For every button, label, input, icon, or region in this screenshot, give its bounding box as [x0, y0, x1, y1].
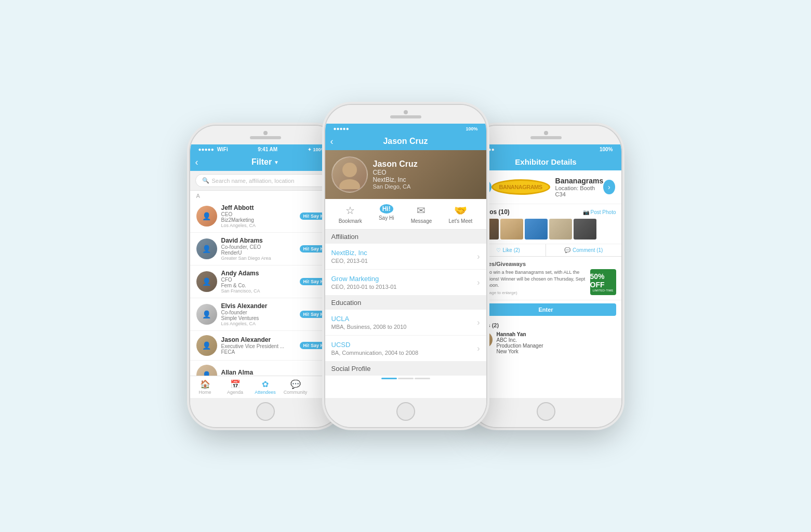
back-button-left[interactable]: ‹ [195, 157, 198, 168]
phone-center: ●●●●● 100% ‹ Jason Cruz [325, 105, 486, 427]
say-hi-badge[interactable]: Hi! Say Hi [300, 311, 328, 318]
comment-icon: 💬 [564, 247, 570, 253]
message-button[interactable]: ✉ Message [411, 204, 432, 224]
affiliation-detail: CEO, 2013-01 [331, 258, 368, 264]
right-header: ‹ Exhibitor Details [471, 153, 621, 170]
left-header: ‹ Filter ▼ [190, 153, 341, 171]
list-item[interactable]: 👤 Jeff Abbott CEO Biz2Marketing Los Ange… [190, 200, 341, 233]
say-hi-badge[interactable]: Hi! Say Hi [300, 278, 328, 285]
photo-thumb[interactable] [525, 219, 548, 240]
affiliation-item[interactable]: NextBiz, Inc CEO, 2013-01 › [325, 244, 486, 270]
education-detail-block: UCLA MBA, Business, 2008 to 2010 [331, 315, 407, 330]
social-profile-section-header: Social Profile [325, 362, 486, 376]
search-input[interactable]: 🔍 Search name, affiliation, location [195, 174, 336, 187]
status-right-center: 100% [466, 126, 477, 131]
say-hi-badge[interactable]: Hi! Say Hi [300, 212, 328, 220]
likes-title: Likes (2) [476, 322, 616, 328]
screen-left: ●●●●● WiFi 9:41 AM ✦ 100% ▪ ‹ Filter ▼ [190, 144, 341, 398]
nav-agenda[interactable]: 📅 Agenda [220, 378, 250, 396]
photo-thumb[interactable] [549, 219, 572, 240]
photos-section: Photos (10) 📷 Post Photo [471, 204, 621, 244]
raffles-image-block: 50% OFF LIMITED-TIME [590, 269, 616, 296]
post-photo-button[interactable]: 📷 Post Photo [583, 209, 616, 215]
back-button-center[interactable]: ‹ [330, 136, 334, 147]
time-left: 9:41 AM [258, 147, 277, 152]
affiliation-link[interactable]: Grow Marketing [331, 275, 397, 283]
affiliation-section-header: Affiliation [325, 230, 486, 244]
bluetooth-icon: ✦ [308, 147, 312, 152]
agenda-icon: 📅 [230, 379, 241, 389]
education-arrow-icon: › [477, 318, 480, 327]
education-detail-block: UCSD BA, Communication, 2004 to 2008 [331, 341, 419, 356]
profile-avatar [331, 156, 368, 193]
profile-info: Jason Cruz CEO NextBiz, Inc San Diego, C… [373, 159, 418, 190]
section-letter-a: A [190, 191, 341, 200]
home-button-left[interactable] [256, 402, 275, 421]
attendee-company: FECA [221, 349, 335, 355]
wifi-icon: WiFi [217, 147, 228, 152]
speaker-left [250, 136, 281, 139]
photo-thumb[interactable] [500, 219, 523, 240]
nav-home[interactable]: 🏠 Home [190, 378, 220, 396]
lets-meet-icon: 🤝 [454, 204, 467, 217]
bookmark-icon: ☆ [345, 204, 355, 217]
comment-label: Comment (1) [573, 247, 603, 253]
profile-location: San Diego, CA [373, 183, 418, 190]
next-exhibitor-button[interactable]: › [603, 180, 615, 194]
exhibitor-logo-area: ‹ BANANAGRAMS Bananagrams Location: Boot… [471, 170, 621, 204]
avatar: 👤 [196, 335, 217, 356]
center-header: ‹ Jason Cruz [325, 132, 486, 150]
say-hi-button[interactable]: Hi! Say Hi [379, 204, 394, 224]
list-item[interactable]: 👤 Elvis Alexander Co-founder Simple Vent… [190, 298, 341, 331]
photo-thumb[interactable] [574, 219, 596, 240]
status-left-center: ●●●●● [334, 126, 349, 131]
education-link[interactable]: UCSD [331, 341, 419, 349]
svg-point-1 [339, 179, 360, 189]
phone-top-right [471, 126, 621, 144]
speaker-right [530, 136, 562, 139]
nav-attendees[interactable]: ✿ Attendees [250, 378, 281, 396]
discount-image[interactable]: 50% OFF LIMITED-TIME [590, 269, 616, 295]
list-item[interactable]: 👤 Allan Alma CTO › [190, 361, 341, 376]
affiliation-detail: CEO, 2010-01 to 2013-01 [331, 284, 397, 290]
affiliation-item[interactable]: Grow Marketing CEO, 2010-01 to 2013-01 › [325, 270, 486, 296]
photo-strip [476, 219, 616, 240]
bookmark-label: Bookmark [339, 218, 362, 224]
profile-header: Jason Cruz CEO NextBiz, Inc San Diego, C… [325, 150, 486, 199]
bananagrams-logo: BANANAGRAMS [491, 179, 550, 195]
scroll-dot-inactive2 [415, 378, 430, 379]
like-name: Hannah Yan [497, 331, 543, 337]
say-hi-badge[interactable]: Hi! Say Hi [300, 342, 328, 349]
lets-meet-label: Let's Meet [449, 218, 473, 224]
photos-header: Photos (10) 📷 Post Photo [476, 208, 616, 216]
list-item[interactable]: 👤 Jason Alexander Executive Vice Preside… [190, 331, 341, 361]
say-hi-badge[interactable]: Hi! Say Hi [300, 245, 328, 252]
education-item[interactable]: UCSD BA, Communication, 2004 to 2008 › [325, 336, 486, 362]
home-button-center[interactable] [396, 402, 415, 421]
exhibitor-name: Bananagrams [555, 177, 604, 185]
lets-meet-button[interactable]: 🤝 Let's Meet [449, 204, 473, 224]
list-item[interactable]: 👤 David Abrams Co-founder, CEO RenderU G… [190, 233, 341, 265]
home-button-right[interactable] [537, 402, 555, 421]
bookmark-button[interactable]: ☆ Bookmark [339, 204, 362, 224]
avatar: 👤 [196, 271, 217, 292]
attendee-name: Andy Adams [221, 270, 335, 277]
comment-button[interactable]: 💬 Comment (1) [546, 244, 621, 256]
status-bar-center: ●●●●● 100% [325, 124, 486, 132]
nav-community[interactable]: 💬 Community [281, 378, 311, 396]
education-link[interactable]: UCLA [331, 315, 407, 323]
nav-attendees-label: Attendees [255, 390, 276, 395]
affiliation-link[interactable]: NextBiz, Inc [331, 249, 368, 257]
bananagrams-logo-text: BANANAGRAMS [499, 184, 542, 190]
search-icon: 🔍 [202, 177, 209, 184]
discount-sub-text: LIMITED-TIME [593, 289, 614, 292]
enter-button[interactable]: Enter [476, 303, 616, 316]
phone-bottom-right [471, 398, 621, 427]
education-item[interactable]: UCLA MBA, Business, 2008 to 2010 › [325, 310, 486, 336]
affiliation-detail-block: NextBiz, Inc CEO, 2013-01 [331, 249, 368, 264]
battery-center: 100% [466, 126, 477, 131]
raffles-text-block: Enter to win a free Bananagrams set, wit… [476, 269, 586, 296]
avatar: 👤 [196, 304, 217, 325]
attendee-name: Jeff Abbott [221, 204, 335, 211]
list-item[interactable]: 👤 Andy Adams CFO Fern & Co. San Francisc… [190, 265, 341, 298]
